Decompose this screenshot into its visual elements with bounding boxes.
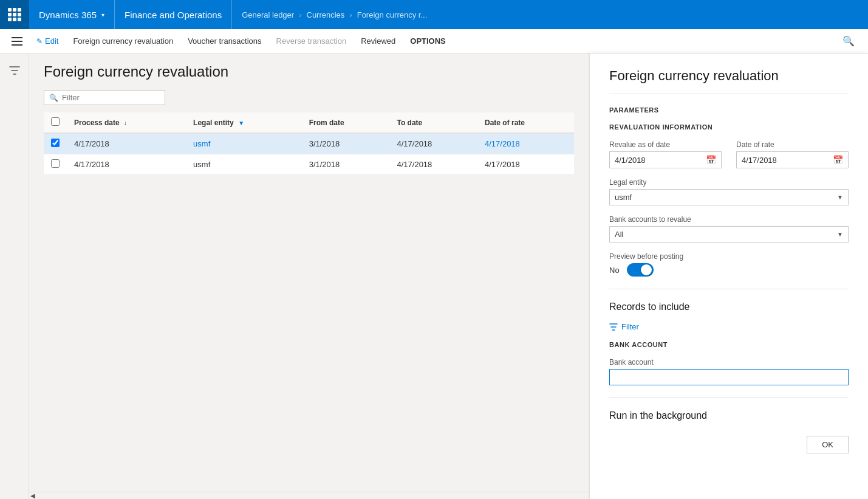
breadcrumb-item-2: Foreign currency r...: [357, 10, 428, 19]
pencil-icon: ✎: [36, 37, 43, 46]
filter-btn-label: Filter: [621, 322, 639, 331]
tab-voucher-transactions[interactable]: Voucher transactions: [180, 29, 268, 53]
revalue-as-of-date-field: Revalue as of date 📅: [609, 140, 722, 168]
left-sidebar: [0, 53, 29, 499]
right-panel: Foreign currency revaluation Parameters …: [589, 53, 868, 499]
process-date-cell: 4/17/2018: [67, 154, 186, 175]
calendar-icon-2[interactable]: 📅: [833, 155, 843, 165]
row-checkbox[interactable]: [51, 139, 60, 147]
table-body: 4/17/2018 usmf 3/1/2018 4/17/2018 4/17/2…: [44, 133, 574, 175]
col-to-date: To date: [389, 112, 477, 133]
edit-label: Edit: [45, 36, 58, 46]
table-row[interactable]: 4/17/2018 usmf 3/1/2018 4/17/2018 4/17/2…: [44, 133, 574, 154]
tab-options[interactable]: OPTIONS: [403, 29, 453, 53]
process-date-cell: 4/17/2018: [67, 133, 186, 154]
tab-foreign-currency-revaluation[interactable]: Foreign currency revaluation: [66, 29, 180, 53]
toggle-thumb: [641, 264, 652, 275]
dynamics365-nav[interactable]: Dynamics 365 ▾: [29, 0, 115, 29]
tab-reviewed[interactable]: Reviewed: [354, 29, 403, 53]
to-date-cell: 4/17/2018: [389, 133, 477, 154]
panel-divider: [609, 289, 849, 289]
date-of-rate-value[interactable]: [742, 156, 830, 165]
legal-entity-cell[interactable]: usmf: [186, 133, 302, 154]
horizontal-scrollbar[interactable]: ◀: [29, 492, 589, 499]
row-checkbox-cell[interactable]: [44, 154, 67, 175]
breadcrumb-sep-0: ›: [299, 10, 301, 19]
action-buttons: OK: [609, 436, 849, 453]
breadcrumb-item-0[interactable]: General ledger: [242, 10, 294, 19]
finance-ops-label: Finance and Operations: [125, 10, 222, 20]
chevron-down-icon-2: ▼: [837, 231, 843, 238]
breadcrumb-sep-1: ›: [349, 10, 352, 19]
hamburger-menu[interactable]: [5, 29, 29, 53]
row-checkbox[interactable]: [51, 159, 60, 168]
bank-accounts-select[interactable]: All: [615, 230, 837, 239]
search-icon-small: 🔍: [49, 94, 58, 102]
search-icon: 🔍: [842, 35, 855, 47]
content-area: Foreign currency revaluation 🔍 Proc: [29, 53, 589, 499]
bank-accounts-dropdown[interactable]: All ▼: [609, 226, 849, 243]
finance-ops-nav[interactable]: Finance and Operations: [115, 0, 232, 29]
col-legal-entity: Legal entity ▼: [186, 112, 302, 133]
bank-account-input[interactable]: [609, 369, 849, 385]
sidebar-filter-icon[interactable]: [2, 58, 27, 83]
breadcrumb: General ledger › Currencies › Foreign cu…: [232, 0, 437, 29]
preview-toggle[interactable]: [627, 263, 654, 277]
select-all-checkbox[interactable]: [51, 117, 60, 126]
chevron-down-icon: ▼: [837, 194, 843, 201]
main-layout: Foreign currency revaluation 🔍 Proc: [0, 53, 868, 499]
revalue-as-of-date-value[interactable]: [615, 156, 703, 165]
row-checkbox-cell[interactable]: [44, 133, 67, 154]
breadcrumb-item-1[interactable]: Currencies: [307, 10, 345, 19]
sort-icon: ↓: [124, 120, 127, 126]
col-from-date: From date: [302, 112, 390, 133]
select-all-header[interactable]: [44, 112, 67, 133]
legal-entity-field: Legal entity usmf ▼: [609, 178, 849, 205]
date-of-rate-cell: 4/17/2018: [477, 133, 574, 154]
filter-btn-icon: [609, 323, 618, 331]
waffle-icon: [8, 8, 21, 21]
bank-account-section-label: BANK ACCOUNT: [609, 341, 849, 348]
calendar-icon[interactable]: 📅: [706, 155, 716, 165]
from-date-cell: 3/1/2018: [302, 154, 390, 175]
bank-account-field-label: Bank account: [609, 358, 849, 367]
panel-divider-2: [609, 397, 849, 398]
toggle-state-label: No: [609, 266, 620, 275]
date-of-rate-label: Date of rate: [736, 140, 849, 149]
table-header: Process date ↓ Legal entity ▼ From date …: [44, 112, 574, 133]
date-of-rate-input[interactable]: 📅: [736, 151, 849, 168]
table-row[interactable]: 4/17/2018 usmf 3/1/2018 4/17/2018 4/17/2…: [44, 154, 574, 175]
filter-icon: [9, 65, 20, 76]
legal-entity-dropdown[interactable]: usmf ▼: [609, 189, 849, 205]
preview-before-posting-label: Preview before posting: [609, 252, 849, 261]
records-to-include-title: Records to include: [609, 301, 849, 312]
to-date-cell: 4/17/2018: [389, 154, 477, 175]
dynamics365-label: Dynamics 365: [39, 10, 97, 20]
search-button[interactable]: 🔍: [839, 32, 858, 51]
filter-button[interactable]: Filter: [609, 322, 639, 331]
ok-button[interactable]: OK: [807, 436, 849, 453]
secondary-navigation: ✎ Edit Foreign currency revaluation Vouc…: [0, 29, 868, 53]
revalue-as-of-date-input[interactable]: 📅: [609, 151, 722, 168]
top-navigation: Dynamics 365 ▾ Finance and Operations Ge…: [0, 0, 868, 29]
data-table: Process date ↓ Legal entity ▼ From date …: [44, 112, 574, 175]
filter-input[interactable]: [62, 93, 160, 102]
revalue-as-of-date-label: Revalue as of date: [609, 140, 722, 149]
parameters-section-label: Parameters: [609, 106, 849, 114]
bank-accounts-label: Bank accounts to revalue: [609, 215, 849, 224]
edit-button[interactable]: ✎ Edit: [29, 29, 66, 53]
legal-entity-select[interactable]: usmf: [615, 193, 837, 202]
col-process-date: Process date ↓: [67, 112, 186, 133]
bank-accounts-field: Bank accounts to revalue All ▼: [609, 215, 849, 243]
from-date-cell: 3/1/2018: [302, 133, 390, 154]
date-of-rate-field: Date of rate 📅: [736, 140, 849, 168]
scroll-left-arrow[interactable]: ◀: [30, 492, 35, 499]
toggle-row: No: [609, 263, 849, 277]
apps-button[interactable]: [0, 0, 29, 29]
filter-input-wrapper[interactable]: 🔍: [44, 90, 165, 105]
bank-account-section: BANK ACCOUNT Bank account: [609, 341, 849, 385]
col-date-of-rate: Date of rate: [477, 112, 574, 133]
filter-icon-small[interactable]: ▼: [238, 120, 244, 126]
preview-before-posting-field: Preview before posting No: [609, 252, 849, 277]
page-content: Foreign currency revaluation 🔍 Proc: [29, 53, 589, 185]
